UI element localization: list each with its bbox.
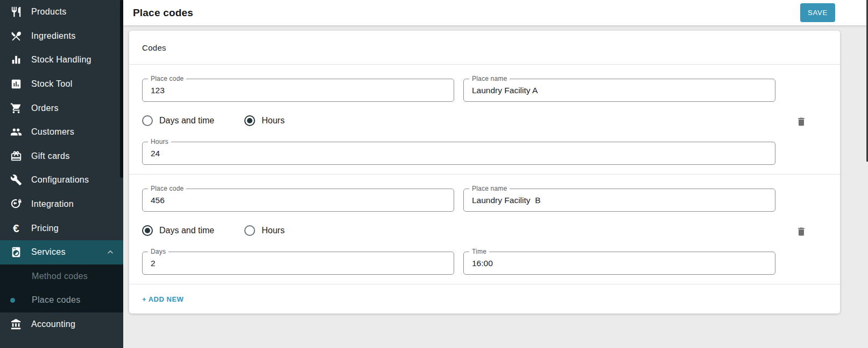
delete-icon[interactable] bbox=[796, 226, 807, 237]
bank-icon bbox=[10, 318, 22, 330]
sidebar-item-label: Products bbox=[31, 7, 67, 17]
chart-box-icon bbox=[10, 78, 22, 90]
sidebar-item-label: Ingredients bbox=[31, 31, 75, 41]
place-code-field-label: Place code bbox=[148, 185, 186, 193]
card-title: Codes bbox=[142, 43, 166, 52]
sidebar-item-label: Stock Handling bbox=[31, 55, 91, 65]
time-field[interactable]: Time 16:00 bbox=[463, 252, 775, 275]
radio-icon bbox=[142, 225, 153, 236]
subitem-label: Method codes bbox=[32, 272, 88, 281]
place-name-field[interactable]: Place name Laundry Facility A bbox=[463, 79, 775, 102]
place-name-field-label: Place name bbox=[469, 185, 510, 193]
place-code-entry-1: Place code 123 Place name Laundry Facili… bbox=[129, 65, 840, 174]
crossed-utensils-icon bbox=[10, 30, 22, 42]
sidebar-item-label: Orders bbox=[31, 103, 59, 113]
sidebar-item-label: Accounting bbox=[31, 319, 75, 329]
sidebar-item-customers[interactable]: Customers bbox=[0, 120, 123, 144]
radio-days-and-time[interactable]: Days and time bbox=[142, 225, 214, 236]
radio-hours[interactable]: Hours bbox=[244, 115, 285, 126]
radio-hours[interactable]: Hours bbox=[244, 225, 285, 236]
sidebar-item-label: Services bbox=[31, 247, 66, 257]
sidebar-item-stock-handling[interactable]: Stock Handling bbox=[0, 48, 123, 72]
sidebar-item-products[interactable]: Products bbox=[0, 0, 123, 24]
page-header: Place codes SAVE bbox=[123, 0, 868, 25]
codes-card: Codes Place code 123 Place name Laundry … bbox=[129, 31, 840, 314]
bar-chart-icon bbox=[10, 54, 22, 66]
sidebar-item-orders[interactable]: Orders bbox=[0, 96, 123, 120]
shopping-cart-icon bbox=[10, 102, 22, 114]
sidebar-item-label: Integration bbox=[31, 199, 74, 209]
save-button[interactable]: SAVE bbox=[800, 3, 835, 22]
services-submenu: Method codes Place codes bbox=[0, 265, 123, 312]
sidebar-item-label: Stock Tool bbox=[31, 79, 73, 89]
main-content: Place codes SAVE Codes Place code 123 Pl… bbox=[123, 0, 868, 348]
gift-card-icon bbox=[10, 150, 22, 162]
radio-days-and-time[interactable]: Days and time bbox=[142, 115, 214, 126]
mode-radio-group: Days and time Hours bbox=[142, 225, 775, 236]
sidebar-item-label: Customers bbox=[31, 127, 74, 137]
place-code-field[interactable]: Place code 456 bbox=[142, 189, 454, 212]
time-field-label: Time bbox=[469, 248, 489, 256]
page-title: Place codes bbox=[133, 7, 193, 19]
sidebar-item-stock-tool[interactable]: Stock Tool bbox=[0, 72, 123, 96]
sidebar-item-label: Gift cards bbox=[31, 151, 69, 161]
sidebar-item-gift-cards[interactable]: Gift cards bbox=[0, 144, 123, 169]
sidebar: Products Ingredients Stock Handling Stoc… bbox=[0, 0, 123, 348]
place-name-field-value: Laundry Facility B bbox=[472, 196, 541, 205]
wrench-icon bbox=[10, 174, 22, 186]
subitem-label: Place codes bbox=[32, 295, 80, 305]
sidebar-item-pricing[interactable]: € Pricing bbox=[0, 216, 123, 240]
place-name-field-label: Place name bbox=[469, 75, 510, 83]
card-footer: + ADD NEW bbox=[129, 284, 840, 314]
euro-icon: € bbox=[10, 222, 22, 234]
laundry-machine-icon bbox=[10, 246, 22, 258]
restaurant-icon bbox=[10, 6, 22, 18]
sidebar-item-accounting[interactable]: Accounting bbox=[0, 312, 123, 337]
sidebar-item-services[interactable]: Services bbox=[0, 240, 123, 265]
place-name-field-value: Laundry Facility A bbox=[472, 86, 538, 95]
sidebar-item-label: Configurations bbox=[31, 175, 89, 185]
sidebar-scrollbar[interactable] bbox=[120, 0, 123, 178]
people-icon bbox=[10, 126, 22, 138]
sidebar-item-label: Pricing bbox=[31, 224, 59, 233]
days-field-value: 2 bbox=[151, 259, 156, 268]
delete-icon[interactable] bbox=[796, 116, 807, 127]
mode-radio-group: Days and time Hours bbox=[142, 115, 775, 126]
sidebar-item-configurations[interactable]: Configurations bbox=[0, 168, 123, 192]
globe-lock-icon bbox=[10, 198, 22, 210]
sidebar-item-integration[interactable]: Integration bbox=[0, 192, 123, 217]
place-code-field-value: 456 bbox=[151, 196, 165, 205]
radio-icon bbox=[244, 115, 255, 126]
add-new-button[interactable]: + ADD NEW bbox=[142, 295, 184, 303]
hours-field[interactable]: Hours 24 bbox=[142, 142, 775, 165]
place-code-entry-2: Place code 456 Place name Laundry Facili… bbox=[129, 175, 840, 284]
days-field[interactable]: Days 2 bbox=[142, 252, 454, 275]
hours-field-value: 24 bbox=[151, 149, 160, 158]
days-field-label: Days bbox=[148, 248, 168, 256]
place-code-field[interactable]: Place code 123 bbox=[142, 79, 454, 102]
place-name-field[interactable]: Place name Laundry Facility B bbox=[463, 189, 775, 212]
place-code-field-label: Place code bbox=[148, 75, 186, 83]
sidebar-subitem-method-codes[interactable]: Method codes bbox=[0, 265, 123, 289]
radio-icon bbox=[142, 115, 153, 126]
selected-dot-icon bbox=[10, 298, 15, 303]
radio-icon bbox=[244, 225, 255, 236]
sidebar-subitem-place-codes[interactable]: Place codes bbox=[0, 288, 123, 312]
place-code-field-value: 123 bbox=[151, 86, 165, 95]
card-header: Codes bbox=[129, 31, 840, 64]
sidebar-item-ingredients[interactable]: Ingredients bbox=[0, 24, 123, 48]
hours-field-label: Hours bbox=[148, 138, 171, 146]
time-field-value: 16:00 bbox=[472, 259, 493, 268]
chevron-up-icon bbox=[105, 247, 116, 257]
